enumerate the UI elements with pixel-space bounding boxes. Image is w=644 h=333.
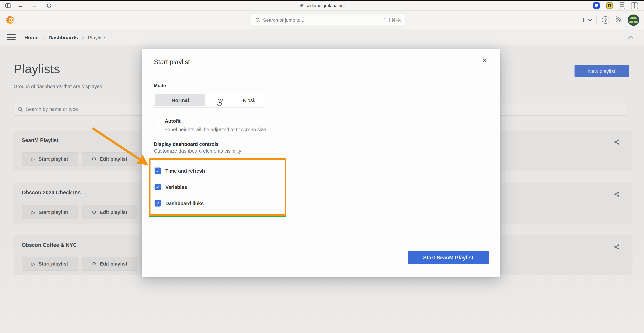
mode-option-kiosk[interactable]: Kiosk — [234, 94, 264, 106]
autofit-checkbox[interactable] — [154, 118, 160, 124]
user-avatar[interactable] — [628, 14, 639, 26]
mode-segmented-control: Normal TV Kiosk — [154, 93, 265, 108]
header-divider — [596, 16, 596, 24]
breadcrumb-dashboards[interactable]: Dashboards — [48, 35, 78, 40]
chevron-down-icon — [588, 18, 592, 21]
collapse-chevron-up-icon[interactable] — [628, 36, 633, 41]
keyboard-icon — [384, 18, 390, 22]
browser-splitview-button[interactable] — [631, 1, 638, 11]
bitwarden-shield-icon — [593, 2, 600, 9]
mode-option-normal[interactable]: Normal — [155, 94, 206, 106]
breadcrumb-separator: › — [82, 34, 84, 40]
annotation-highlight-box — [149, 158, 286, 216]
controls-section-title: Display dashboard controls — [154, 141, 218, 147]
modal-close-button[interactable]: × — [482, 56, 488, 65]
split-view-icon — [631, 2, 638, 9]
browser-ext-bitwarden[interactable] — [593, 1, 600, 11]
link-icon — [299, 4, 304, 8]
controls-section-subtitle: Customize dashboard elements visibility — [154, 148, 241, 154]
browser-address-bar[interactable]: sedemo.grafana.net — [0, 1, 644, 11]
page-url: sedemo.grafana.net — [306, 3, 345, 8]
grafana-header: ⌘+k + ? — [0, 11, 644, 29]
annotation-green-line — [149, 216, 286, 216]
breadcrumb-row: Home › Dashboards › Playlists — [0, 29, 644, 46]
global-search-input[interactable] — [263, 17, 381, 23]
modal-title: Start playlist — [154, 58, 190, 66]
rss-icon — [615, 16, 622, 23]
screenshot-root: ← → sedemo.grafana.net R ⌘+k — [0, 0, 644, 333]
autofit-description: Panel heights will be adjusted to fit sc… — [164, 127, 266, 132]
grafana-logo-icon — [6, 15, 15, 25]
breadcrumb-playlists: Playlists — [88, 35, 106, 40]
help-icon: ? — [604, 17, 607, 23]
start-playlist-modal: Start playlist × Mode Normal TV Kiosk Au… — [142, 49, 500, 277]
mode-label: Mode — [154, 83, 166, 88]
help-button[interactable]: ? — [602, 16, 610, 24]
r-extension-icon: R — [606, 2, 613, 9]
start-seanm-playlist-button[interactable]: Start SeanM Playlist — [408, 251, 489, 264]
autofit-checkbox-row[interactable]: Autofit — [154, 118, 180, 124]
close-icon: × — [482, 55, 488, 66]
news-button[interactable] — [615, 16, 622, 24]
plus-icon: + — [582, 16, 586, 24]
mouse-cursor — [216, 99, 223, 109]
grafana-logo[interactable] — [6, 15, 15, 26]
browser-toolbar: ← → sedemo.grafana.net R — [0, 1, 644, 11]
breadcrumb-separator: › — [42, 34, 44, 40]
browser-settings-button[interactable] — [618, 1, 625, 11]
create-new-button[interactable]: + — [582, 16, 591, 24]
search-icon — [255, 18, 260, 23]
global-search-box[interactable]: ⌘+k — [251, 14, 405, 27]
autofit-label: Autofit — [165, 118, 180, 124]
breadcrumb: Home › Dashboards › Playlists — [24, 34, 106, 40]
breadcrumb-home[interactable]: Home — [24, 35, 38, 40]
browser-ext-r[interactable]: R — [606, 1, 613, 11]
search-shortcut-hint: ⌘+k — [384, 18, 401, 23]
mega-menu-toggle[interactable] — [7, 34, 16, 40]
sliders-icon — [618, 2, 625, 9]
